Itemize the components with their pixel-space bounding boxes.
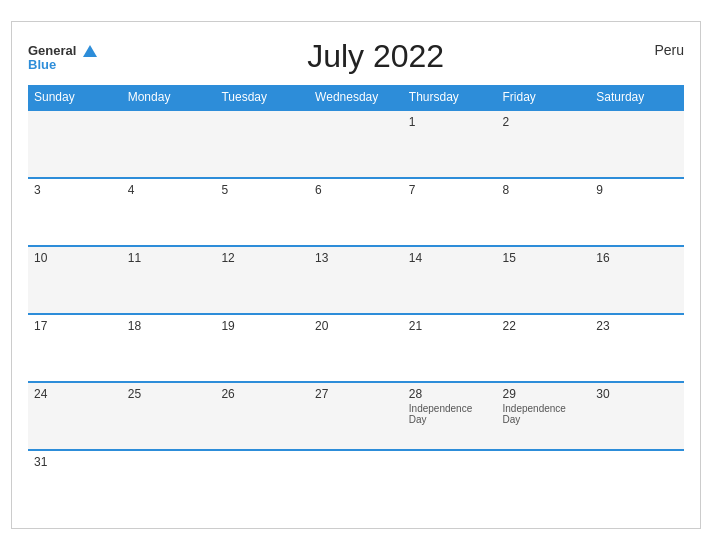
day-number: 1: [409, 115, 491, 129]
day-number: 29: [503, 387, 585, 401]
day-number: 19: [221, 319, 303, 333]
logo-triangle-icon: [83, 45, 97, 57]
calendar-cell: [215, 110, 309, 178]
calendar-week-row: 10111213141516: [28, 246, 684, 314]
day-number: 28: [409, 387, 491, 401]
weekday-header-monday: Monday: [122, 85, 216, 110]
calendar-cell: 29Independence Day: [497, 382, 591, 450]
calendar-cell: 22: [497, 314, 591, 382]
day-number: 24: [34, 387, 116, 401]
day-number: 21: [409, 319, 491, 333]
calendar-cell: 25: [122, 382, 216, 450]
calendar-cell: 16: [590, 246, 684, 314]
calendar-cell: [122, 450, 216, 518]
calendar-cell: 12: [215, 246, 309, 314]
weekday-header-saturday: Saturday: [590, 85, 684, 110]
calendar-cell: 9: [590, 178, 684, 246]
day-number: 20: [315, 319, 397, 333]
day-number: 10: [34, 251, 116, 265]
weekday-header-wednesday: Wednesday: [309, 85, 403, 110]
calendar-cell: [590, 450, 684, 518]
day-number: 30: [596, 387, 678, 401]
calendar-header: General Blue July 2022 Peru: [28, 38, 684, 75]
calendar-header-row: SundayMondayTuesdayWednesdayThursdayFrid…: [28, 85, 684, 110]
calendar-cell: 4: [122, 178, 216, 246]
calendar-cell: [590, 110, 684, 178]
calendar-cell: 1: [403, 110, 497, 178]
day-number: 2: [503, 115, 585, 129]
logo-general: General: [28, 43, 76, 58]
calendar-cell: 24: [28, 382, 122, 450]
calendar-cell: 14: [403, 246, 497, 314]
day-number: 5: [221, 183, 303, 197]
calendar-body: 1234567891011121314151617181920212223242…: [28, 110, 684, 518]
day-number: 13: [315, 251, 397, 265]
calendar-cell: 8: [497, 178, 591, 246]
weekday-header-thursday: Thursday: [403, 85, 497, 110]
day-number: 8: [503, 183, 585, 197]
day-number: 31: [34, 455, 116, 469]
day-number: 27: [315, 387, 397, 401]
day-number: 25: [128, 387, 210, 401]
weekday-header-sunday: Sunday: [28, 85, 122, 110]
calendar-cell: 7: [403, 178, 497, 246]
logo-blue: Blue: [28, 58, 97, 71]
country-label: Peru: [654, 42, 684, 58]
calendar-cell: 20: [309, 314, 403, 382]
calendar-cell: 11: [122, 246, 216, 314]
calendar-cell: 30: [590, 382, 684, 450]
day-number: 14: [409, 251, 491, 265]
logo-text: General: [28, 42, 97, 58]
day-number: 26: [221, 387, 303, 401]
calendar-cell: 27: [309, 382, 403, 450]
day-event: Independence Day: [503, 403, 585, 425]
day-number: 22: [503, 319, 585, 333]
day-event: Independence Day: [409, 403, 491, 425]
calendar-week-row: 17181920212223: [28, 314, 684, 382]
calendar-cell: 31: [28, 450, 122, 518]
calendar-cell: [403, 450, 497, 518]
calendar-cell: [28, 110, 122, 178]
calendar-cell: [215, 450, 309, 518]
weekday-header-tuesday: Tuesday: [215, 85, 309, 110]
day-number: 15: [503, 251, 585, 265]
day-number: 4: [128, 183, 210, 197]
calendar-cell: 5: [215, 178, 309, 246]
calendar-title: July 2022: [97, 38, 655, 75]
calendar-cell: [309, 450, 403, 518]
calendar-cell: 17: [28, 314, 122, 382]
calendar-cell: 26: [215, 382, 309, 450]
weekday-header-row: SundayMondayTuesdayWednesdayThursdayFrid…: [28, 85, 684, 110]
calendar-cell: 10: [28, 246, 122, 314]
calendar-week-row: 3456789: [28, 178, 684, 246]
calendar-grid: SundayMondayTuesdayWednesdayThursdayFrid…: [28, 85, 684, 518]
calendar-week-row: 2425262728Independence Day29Independence…: [28, 382, 684, 450]
calendar-cell: [497, 450, 591, 518]
day-number: 23: [596, 319, 678, 333]
calendar-week-row: 12: [28, 110, 684, 178]
day-number: 16: [596, 251, 678, 265]
calendar-cell: 6: [309, 178, 403, 246]
logo: General Blue: [28, 42, 97, 71]
calendar-cell: 3: [28, 178, 122, 246]
day-number: 7: [409, 183, 491, 197]
day-number: 6: [315, 183, 397, 197]
calendar-cell: 28Independence Day: [403, 382, 497, 450]
calendar-week-row: 31: [28, 450, 684, 518]
calendar-container: General Blue July 2022 Peru SundayMonday…: [11, 21, 701, 529]
calendar-cell: 2: [497, 110, 591, 178]
calendar-cell: 13: [309, 246, 403, 314]
day-number: 11: [128, 251, 210, 265]
weekday-header-friday: Friday: [497, 85, 591, 110]
day-number: 3: [34, 183, 116, 197]
day-number: 12: [221, 251, 303, 265]
calendar-cell: 21: [403, 314, 497, 382]
calendar-cell: 23: [590, 314, 684, 382]
calendar-cell: [309, 110, 403, 178]
calendar-cell: 18: [122, 314, 216, 382]
calendar-cell: [122, 110, 216, 178]
day-number: 17: [34, 319, 116, 333]
day-number: 18: [128, 319, 210, 333]
calendar-cell: 15: [497, 246, 591, 314]
calendar-cell: 19: [215, 314, 309, 382]
